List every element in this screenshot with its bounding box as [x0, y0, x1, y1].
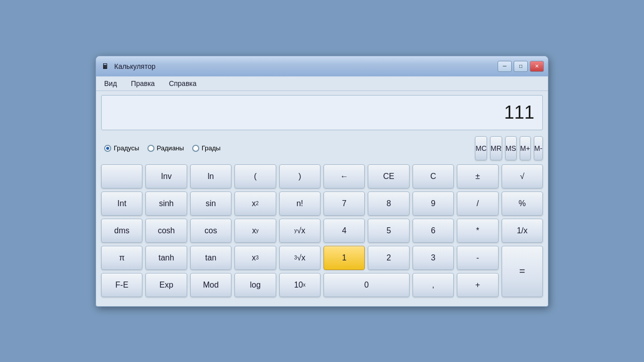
btn-mr[interactable]: MR: [490, 136, 502, 160]
btn-cos[interactable]: cos: [190, 219, 231, 243]
radio-degrees[interactable]: Градусы: [104, 144, 139, 152]
btn-sinh[interactable]: sinh: [145, 192, 187, 216]
btn-exp[interactable]: Exp: [145, 273, 187, 297]
btn-inv[interactable]: Inv: [145, 164, 187, 189]
btn-comma[interactable]: ,: [413, 273, 454, 297]
close-button[interactable]: ✕: [530, 61, 544, 72]
btn-cosh[interactable]: cosh: [145, 219, 187, 243]
btn-mod[interactable]: Mod: [190, 273, 231, 297]
btn-ln[interactable]: ln: [190, 164, 231, 189]
radio-grads-circle: [192, 145, 199, 152]
window-title: Калькулятор: [114, 62, 494, 70]
btn-yroot[interactable]: y√x: [279, 219, 320, 243]
button-row-2: Int sinh sin x2 n! 7 8 9 / %: [101, 192, 543, 216]
btn-tan[interactable]: tan: [190, 246, 231, 270]
window-controls: ─ □ ✕: [498, 61, 544, 72]
btn-2[interactable]: 2: [368, 246, 409, 270]
btn-5[interactable]: 5: [368, 219, 409, 243]
btn-pi[interactable]: π: [101, 246, 142, 270]
btn-4[interactable]: 4: [324, 219, 365, 243]
btn-ms[interactable]: MS: [505, 136, 517, 160]
display-value: 111: [504, 102, 534, 123]
minimize-button[interactable]: ─: [498, 61, 512, 72]
btn-ce[interactable]: CE: [368, 164, 409, 189]
calc-body: Градусы Радианы Грады MC MR MS M+ M-: [96, 133, 548, 306]
menu-bar: Вид Правка Справка: [96, 76, 548, 91]
button-row-3: dms cosh cos xy y√x 4 5 6 * 1/x: [101, 219, 543, 243]
btn-tanh[interactable]: tanh: [145, 246, 187, 270]
btn-sqrt[interactable]: √: [502, 164, 543, 189]
btn-0[interactable]: 0: [324, 273, 410, 297]
btn-backspace[interactable]: ←: [324, 164, 365, 189]
btn-c[interactable]: C: [413, 164, 454, 189]
btn-8[interactable]: 8: [368, 192, 409, 216]
radio-degrees-circle: [104, 145, 111, 152]
btn-empty: [101, 164, 142, 189]
btn-7[interactable]: 7: [324, 192, 365, 216]
btn-10x[interactable]: 10x: [279, 273, 320, 297]
button-row-1: Inv ln ( ) ← CE C ± √: [101, 164, 543, 189]
btn-open-paren[interactable]: (: [234, 164, 276, 189]
btn-fe[interactable]: F-E: [101, 273, 142, 297]
menu-edit[interactable]: Правка: [129, 78, 156, 88]
btn-1[interactable]: 1: [324, 246, 365, 270]
maximize-button[interactable]: □: [514, 61, 528, 72]
btn-xy[interactable]: xy: [234, 219, 276, 243]
menu-view[interactable]: Вид: [102, 78, 119, 88]
button-row-45: π tanh tan x3 3√x 1 2 3 - = F-E Exp Mod …: [101, 246, 543, 297]
btn-dms[interactable]: dms: [101, 219, 142, 243]
btn-mc[interactable]: MC: [475, 136, 487, 160]
btn-divide[interactable]: /: [457, 192, 498, 216]
btn-percent[interactable]: %: [502, 192, 543, 216]
btn-mplus[interactable]: M+: [520, 136, 531, 160]
app-icon: 🖩: [100, 61, 110, 71]
btn-int[interactable]: Int: [101, 192, 142, 216]
btn-plusminus[interactable]: ±: [457, 164, 498, 189]
title-bar: 🖩 Калькулятор ─ □ ✕: [96, 56, 548, 76]
btn-close-paren[interactable]: ): [279, 164, 320, 189]
btn-6[interactable]: 6: [413, 219, 454, 243]
btn-x3[interactable]: x3: [234, 246, 276, 270]
radio-grads[interactable]: Грады: [192, 144, 221, 152]
display: 111: [101, 95, 543, 130]
menu-help[interactable]: Справка: [167, 78, 199, 88]
btn-equals[interactable]: =: [502, 246, 543, 297]
btn-factorial[interactable]: n!: [279, 192, 320, 216]
btn-log[interactable]: log: [234, 273, 276, 297]
angle-mode-group: Градусы Радианы Грады: [101, 142, 470, 154]
btn-3[interactable]: 3: [413, 246, 454, 270]
btn-mminus[interactable]: M-: [534, 136, 543, 160]
radio-radians[interactable]: Радианы: [147, 144, 184, 152]
btn-minus[interactable]: -: [457, 246, 498, 270]
btn-reciprocal[interactable]: 1/x: [502, 219, 543, 243]
memory-buttons: MC MR MS M+ M-: [475, 136, 543, 160]
btn-sin[interactable]: sin: [190, 192, 231, 216]
btn-x2[interactable]: x2: [234, 192, 276, 216]
btn-plus[interactable]: +: [457, 273, 498, 297]
calculator-window: 🖩 Калькулятор ─ □ ✕ Вид Правка Справка 1…: [96, 56, 548, 307]
btn-cuberoot[interactable]: 3√x: [279, 246, 320, 270]
btn-9[interactable]: 9: [413, 192, 454, 216]
radio-radians-circle: [147, 145, 154, 152]
btn-multiply[interactable]: *: [457, 219, 498, 243]
